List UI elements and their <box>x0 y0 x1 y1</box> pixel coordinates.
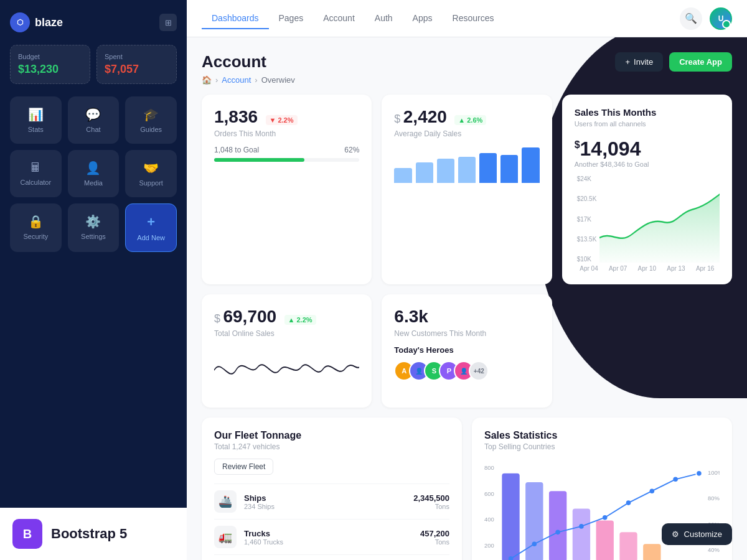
user-avatar[interactable]: U <box>710 7 732 30</box>
trucks-name: Trucks <box>244 529 413 538</box>
topnav-account[interactable]: Account <box>313 8 365 29</box>
fleet-row-planes: ✈️ Planes 8 Aircrafts 1,240 Tons <box>214 554 449 560</box>
sidebar-toggle-button[interactable]: ⊞ <box>159 14 177 31</box>
stats-icon: 📊 <box>28 107 44 122</box>
online-sales-value: 69,700 <box>223 307 276 326</box>
brand: ⬡ blaze <box>10 12 63 32</box>
svg-rect-10 <box>643 544 660 560</box>
bar-6 <box>500 155 518 183</box>
brand-logo-letter: ⬡ <box>17 18 23 27</box>
fleet-subtitle: Total 1,247 vehicles <box>214 442 449 451</box>
sidebar-item-calculator[interactable]: 🖩 Calculator <box>10 150 62 197</box>
sidebar-item-support[interactable]: 🤝 Support <box>125 150 177 197</box>
customers-value: 6.3k <box>394 307 428 326</box>
bootstrap-badge: B Bootstrap 5 <box>0 508 187 560</box>
svg-point-15 <box>603 515 608 520</box>
trucks-unit: Tons <box>420 538 449 546</box>
sidebar-item-chat-label: Chat <box>86 126 100 133</box>
sidebar-item-stats[interactable]: 📊 Stats <box>10 96 62 144</box>
sidebar-item-add-new-label: Add New <box>137 234 165 241</box>
sidebar-item-settings[interactable]: ⚙️ Settings <box>68 203 120 252</box>
sales-month-title: Sales This Months <box>575 107 720 118</box>
breadcrumb-account[interactable]: Account <box>222 75 251 85</box>
breadcrumb-current: Overwiev <box>261 75 295 85</box>
sidebar-item-media[interactable]: 👤 Media <box>68 150 120 197</box>
ships-value: 2,345,500 <box>413 493 449 503</box>
svg-text:800: 800 <box>484 464 494 471</box>
settings-icon: ⚙️ <box>85 214 101 229</box>
svg-text:200: 200 <box>484 542 494 549</box>
breadcrumb: 🏠 › Account › Overwiev <box>202 75 295 85</box>
spent-value: $7,057 <box>105 63 169 76</box>
svg-point-16 <box>626 500 631 505</box>
add-new-icon: + <box>147 214 155 230</box>
bootstrap-label: Bootstrap 5 <box>51 526 127 542</box>
topnav-pages[interactable]: Pages <box>269 8 314 29</box>
topnav-apps[interactable]: Apps <box>403 8 443 29</box>
svg-point-17 <box>650 488 655 493</box>
svg-rect-8 <box>596 520 614 560</box>
sidebar-item-security-label: Security <box>23 233 48 240</box>
svg-point-12 <box>532 541 537 546</box>
customize-button[interactable]: ⚙ Customize <box>662 523 732 545</box>
sales-month-sub: Users from all channels <box>575 120 720 128</box>
support-icon: 🤝 <box>143 161 159 175</box>
media-icon: 👤 <box>85 161 101 175</box>
content-wrapper: Account 🏠 › Account › Overwiev + Invite … <box>202 52 732 560</box>
svg-text:40%: 40% <box>708 546 720 553</box>
brand-name: blaze <box>35 16 63 29</box>
review-fleet-button[interactable]: Review Fleet <box>214 459 273 475</box>
sidebar-item-guides[interactable]: 🎓 Guides <box>125 96 177 144</box>
sidebar-item-settings-label: Settings <box>81 233 106 240</box>
trucks-value: 457,200 <box>420 529 449 538</box>
bar-5 <box>479 153 497 183</box>
daily-sales-chart <box>394 146 539 183</box>
breadcrumb-home-icon: 🏠 <box>202 75 212 85</box>
fleet-card: Our Fleet Tonnage Total 1,247 vehicles R… <box>202 418 462 560</box>
trucks-icon: 🚛 <box>214 526 237 548</box>
page-title-area: Account 🏠 › Account › Overwiev <box>202 52 295 85</box>
fleet-title: Our Fleet Tonnage <box>214 430 449 441</box>
sidebar-item-security[interactable]: 🔒 Security <box>10 203 62 252</box>
orders-progress-label: 1,048 to Goal 62% <box>214 146 359 154</box>
svg-point-14 <box>579 524 584 529</box>
sidebar-item-support-label: Support <box>139 179 163 187</box>
svg-rect-6 <box>549 491 566 560</box>
search-button[interactable]: 🔍 <box>680 7 702 30</box>
page-actions: + Invite Create App <box>615 52 732 72</box>
sidebar-item-add-new[interactable]: + Add New <box>125 203 177 252</box>
topnav-dashboards[interactable]: Dashboards <box>202 8 269 29</box>
create-app-button[interactable]: Create App <box>669 52 732 72</box>
second-row: $ 69,700 ▲ 2.2% Total Online Sales <box>202 294 732 408</box>
sales-stats-title: Sales Statistics <box>484 430 720 441</box>
page-header: Account 🏠 › Account › Overwiev + Invite … <box>202 52 732 85</box>
svg-point-18 <box>673 477 678 482</box>
sidebar: ⬡ blaze ⊞ Budget $13,230 Spent $7,057 📊 … <box>0 0 187 560</box>
daily-sales-prefix: $ <box>394 113 400 125</box>
svg-rect-7 <box>573 509 590 560</box>
topnav-auth[interactable]: Auth <box>365 8 403 29</box>
topnav-resources[interactable]: Resources <box>443 8 504 29</box>
svg-text:400: 400 <box>484 516 494 523</box>
ships-name: Ships <box>244 493 406 503</box>
budget-value: $13,230 <box>18 63 82 76</box>
invite-button[interactable]: + Invite <box>615 52 663 72</box>
bar-2 <box>416 162 433 183</box>
stats-grid: 1,836 ▼ 2.2% Orders This Month 1,048 to … <box>202 95 732 284</box>
sales-svg <box>599 175 720 263</box>
online-sales-card: $ 69,700 ▲ 2.2% Total Online Sales <box>202 294 372 408</box>
bootstrap-icon: B <box>12 519 42 549</box>
svg-rect-9 <box>619 532 637 560</box>
sidebar-item-stats-label: Stats <box>28 126 44 133</box>
customers-label: New Customers This Month <box>394 329 539 338</box>
bar-3 <box>437 159 454 183</box>
sidebar-header: ⬡ blaze ⊞ <box>10 12 177 32</box>
brand-logo: ⬡ <box>10 12 30 32</box>
sidebar-item-chat[interactable]: 💬 Chat <box>68 96 120 144</box>
spent-label: Spent <box>105 53 169 60</box>
top-navigation: Dashboards Pages Account Auth Apps Resou… <box>187 0 747 37</box>
orders-label: Orders This Month <box>214 129 359 138</box>
orders-progress-fill <box>214 158 304 162</box>
sidebar-item-calculator-label: Calculator <box>21 179 52 186</box>
sales-month-goal: Another $48,346 to Goal <box>575 161 720 168</box>
